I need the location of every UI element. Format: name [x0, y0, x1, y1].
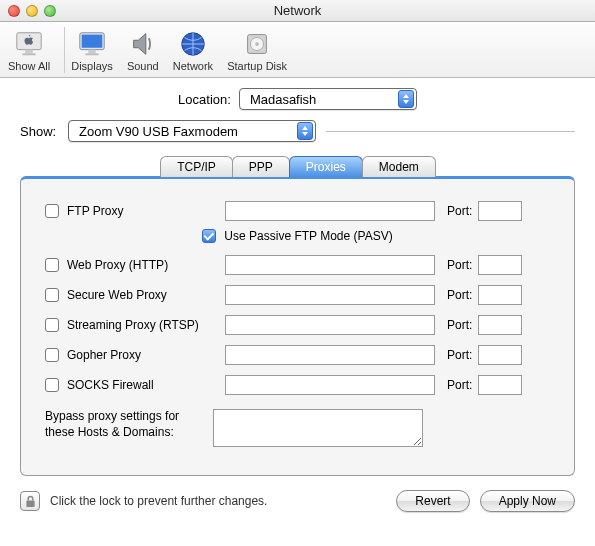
svg-rect-5	[88, 49, 96, 53]
port-label: Port:	[447, 204, 472, 218]
ftp-proxy-host-input[interactable]	[225, 201, 435, 221]
disk-icon	[241, 28, 273, 60]
toolbar-label: Sound	[127, 60, 159, 72]
lock-button[interactable]	[20, 491, 40, 511]
passive-ftp-checkbox[interactable]	[202, 229, 216, 243]
gopher-proxy-label: Gopher Proxy	[67, 348, 225, 362]
sound-button[interactable]: Sound	[127, 28, 159, 72]
window-title: Network	[0, 3, 595, 18]
tab-bar: TCP/IP PPP Proxies Modem	[20, 156, 575, 177]
tab-ppp[interactable]: PPP	[232, 156, 290, 177]
apple-logo-icon	[13, 28, 45, 60]
https-proxy-host-input[interactable]	[225, 285, 435, 305]
tab-modem[interactable]: Modem	[362, 156, 436, 177]
toolbar-label: Startup Disk	[227, 60, 287, 72]
show-all-button[interactable]: Show All	[8, 28, 50, 72]
lock-help-text: Click the lock to prevent further change…	[50, 494, 386, 508]
show-label: Show:	[20, 124, 68, 139]
svg-rect-4	[82, 34, 103, 47]
socks-proxy-port-input[interactable]	[478, 375, 522, 395]
svg-rect-2	[23, 53, 36, 55]
port-label: Port:	[447, 288, 472, 302]
socks-proxy-label: SOCKS Firewall	[67, 378, 225, 392]
network-button[interactable]: Network	[173, 28, 213, 72]
proxies-panel: FTP Proxy Port: Use Passive FTP Mode (PA…	[20, 176, 575, 476]
http-proxy-label: Web Proxy (HTTP)	[67, 258, 225, 272]
apply-now-button[interactable]: Apply Now	[480, 490, 575, 512]
divider	[326, 131, 575, 132]
toolbar-separator	[64, 27, 65, 73]
rtsp-proxy-host-input[interactable]	[225, 315, 435, 335]
port-label: Port:	[447, 258, 472, 272]
revert-button[interactable]: Revert	[396, 490, 469, 512]
footer: Click the lock to prevent further change…	[0, 476, 595, 526]
toolbar-label: Displays	[71, 60, 113, 72]
location-value: Madasafish	[250, 92, 316, 107]
http-proxy-host-input[interactable]	[225, 255, 435, 275]
port-label: Port:	[447, 318, 472, 332]
bypass-hosts-input[interactable]	[213, 409, 423, 447]
toolbar-label: Show All	[8, 60, 50, 72]
popup-arrows-icon	[398, 90, 414, 108]
socks-proxy-checkbox[interactable]	[45, 378, 59, 392]
show-popup[interactable]: Zoom V90 USB Faxmodem	[68, 120, 316, 142]
gopher-proxy-port-input[interactable]	[478, 345, 522, 365]
gopher-proxy-host-input[interactable]	[225, 345, 435, 365]
lock-icon	[25, 495, 36, 508]
tab-proxies[interactable]: Proxies	[289, 156, 363, 177]
window-titlebar: Network	[0, 0, 595, 22]
https-proxy-checkbox[interactable]	[45, 288, 59, 302]
popup-arrows-icon	[297, 122, 313, 140]
location-popup[interactable]: Madasafish	[239, 88, 417, 110]
location-label: Location:	[178, 92, 239, 107]
rtsp-proxy-label: Streaming Proxy (RTSP)	[67, 318, 225, 332]
toolbar: Show All Displays Sound Network Startup …	[0, 22, 595, 78]
port-label: Port:	[447, 348, 472, 362]
rtsp-proxy-checkbox[interactable]	[45, 318, 59, 332]
globe-icon	[177, 28, 209, 60]
socks-proxy-host-input[interactable]	[225, 375, 435, 395]
svg-point-10	[255, 42, 259, 46]
svg-rect-1	[25, 49, 33, 53]
displays-button[interactable]: Displays	[71, 28, 113, 72]
bypass-label: Bypass proxy settings for these Hosts & …	[45, 409, 213, 440]
display-icon	[76, 28, 108, 60]
rtsp-proxy-port-input[interactable]	[478, 315, 522, 335]
svg-rect-6	[85, 53, 98, 55]
svg-rect-11	[26, 500, 34, 506]
gopher-proxy-checkbox[interactable]	[45, 348, 59, 362]
passive-ftp-label: Use Passive FTP Mode (PASV)	[224, 229, 392, 243]
ftp-proxy-label: FTP Proxy	[67, 204, 225, 218]
ftp-proxy-checkbox[interactable]	[45, 204, 59, 218]
speaker-icon	[127, 28, 159, 60]
toolbar-label: Network	[173, 60, 213, 72]
http-proxy-port-input[interactable]	[478, 255, 522, 275]
ftp-proxy-port-input[interactable]	[478, 201, 522, 221]
tab-tcpip[interactable]: TCP/IP	[160, 156, 233, 177]
show-value: Zoom V90 USB Faxmodem	[79, 124, 238, 139]
http-proxy-checkbox[interactable]	[45, 258, 59, 272]
port-label: Port:	[447, 378, 472, 392]
https-proxy-label: Secure Web Proxy	[67, 288, 225, 302]
startup-disk-button[interactable]: Startup Disk	[227, 28, 287, 72]
https-proxy-port-input[interactable]	[478, 285, 522, 305]
